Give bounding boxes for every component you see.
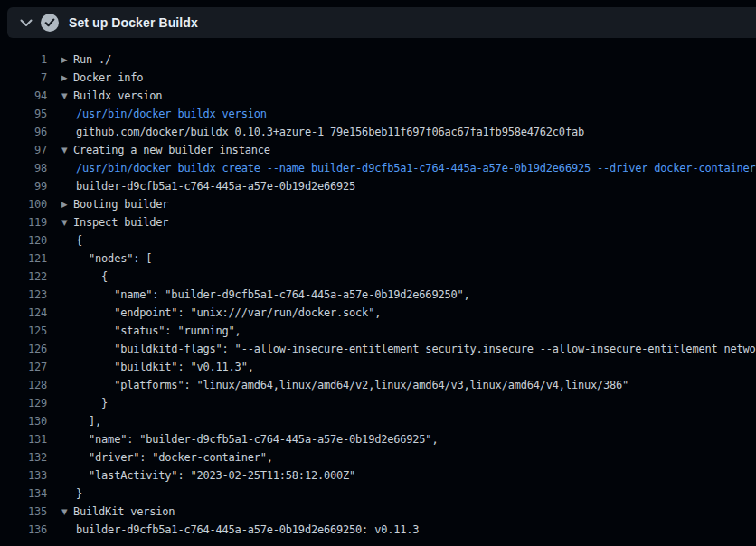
triangle-right-icon[interactable]: ▶: [61, 73, 73, 82]
log-text: {: [76, 234, 82, 247]
line-number[interactable]: 94: [0, 89, 47, 102]
log-text: "buildkitd-flags": "--allow-insecure-ent…: [76, 343, 756, 355]
log-group-line[interactable]: 97▼Creating a new builder instance: [0, 141, 756, 159]
log-group-line[interactable]: 100▶Booting builder: [0, 195, 756, 213]
log-text: builder-d9cfb5a1-c764-445a-a57e-0b19d2e6…: [76, 523, 419, 536]
log-line: 124 "endpoint": "unix:///var/run/docker.…: [0, 304, 756, 322]
log-text: ],: [76, 415, 101, 428]
step-title: Set up Docker Buildx: [69, 15, 198, 30]
log-line: 120{: [0, 231, 756, 249]
log-command-line: 95/usr/bin/docker buildx version: [0, 105, 756, 123]
line-number[interactable]: 129: [0, 397, 47, 410]
log-text: "platforms": "linux/amd64,linux/amd64/v2…: [76, 379, 628, 391]
log-line: 131 "name": "builder-d9cfb5a1-c764-445a-…: [0, 430, 756, 448]
log-group-line[interactable]: 94▼Buildx version: [0, 87, 756, 105]
command-text: /usr/bin/docker buildx create --name bui…: [76, 162, 756, 174]
line-number[interactable]: 95: [0, 108, 47, 120]
line-number[interactable]: 121: [0, 252, 47, 265]
group-label: Run ./: [73, 53, 111, 66]
check-circle-icon: [41, 14, 59, 32]
triangle-down-icon[interactable]: ▼: [61, 218, 73, 227]
group-label: Docker info: [73, 71, 143, 84]
step-header[interactable]: Set up Docker Buildx: [7, 7, 756, 38]
log-text: {: [76, 270, 108, 283]
log-output: 1▶Run ./ 7▶Docker info 94▼Buildx version…: [0, 38, 756, 546]
log-line: 96github.com/docker/buildx 0.10.3+azure-…: [0, 123, 756, 141]
command-text: /usr/bin/docker buildx version: [76, 108, 267, 120]
group-label: Buildx version: [73, 89, 162, 102]
log-command-line: 98/usr/bin/docker buildx create --name b…: [0, 159, 756, 177]
group-label: BuildKit version: [73, 505, 175, 518]
log-line: 127 "buildkit": "v0.11.3",: [0, 358, 756, 376]
log-line: 132 "driver": "docker-container",: [0, 448, 756, 466]
log-text: "lastActivity": "2023-02-25T11:58:12.000…: [76, 469, 355, 482]
log-line: 99builder-d9cfb5a1-c764-445a-a57e-0b19d2…: [0, 177, 756, 195]
group-label: Inspect builder: [73, 216, 168, 229]
group-label: Creating a new builder instance: [73, 144, 270, 156]
log-line: 126 "buildkitd-flags": "--allow-insecure…: [0, 340, 756, 358]
chevron-down-icon[interactable]: [20, 19, 33, 27]
line-number[interactable]: 100: [0, 198, 47, 211]
line-number[interactable]: 133: [0, 469, 47, 482]
line-number[interactable]: 96: [0, 126, 47, 138]
line-number[interactable]: 120: [0, 234, 47, 247]
log-text: builder-d9cfb5a1-c764-445a-a57e-0b19d2e6…: [76, 180, 355, 193]
line-number[interactable]: 119: [0, 216, 47, 229]
line-number[interactable]: 131: [0, 433, 47, 446]
log-line: 128 "platforms": "linux/amd64,linux/amd6…: [0, 376, 756, 394]
log-line: 130 ],: [0, 412, 756, 430]
log-group-line[interactable]: 1▶Run ./: [0, 51, 756, 69]
log-group-line[interactable]: 7▶Docker info: [0, 69, 756, 87]
line-number[interactable]: 135: [0, 505, 47, 518]
log-line: 121 "nodes": [: [0, 249, 756, 268]
log-line: 122 {: [0, 268, 756, 286]
line-number[interactable]: 123: [0, 288, 47, 301]
log-line: 123 "name": "builder-d9cfb5a1-c764-445a-…: [0, 286, 756, 304]
log-text: "name": "builder-d9cfb5a1-c764-445a-a57e…: [76, 433, 438, 446]
log-line: 129 }: [0, 394, 756, 412]
line-number[interactable]: 99: [0, 180, 47, 193]
line-number[interactable]: 98: [0, 162, 47, 174]
log-text: github.com/docker/buildx 0.10.3+azure-1 …: [76, 126, 584, 138]
line-number[interactable]: 7: [0, 71, 47, 84]
log-line: 136builder-d9cfb5a1-c764-445a-a57e-0b19d…: [0, 521, 756, 539]
line-number[interactable]: 125: [0, 325, 47, 337]
log-line: 134}: [0, 485, 756, 503]
line-number[interactable]: 124: [0, 306, 47, 319]
log-text: "name": "builder-d9cfb5a1-c764-445a-a57e…: [76, 288, 470, 301]
line-number[interactable]: 134: [0, 487, 47, 500]
line-number[interactable]: 136: [0, 523, 47, 536]
log-text: "status": "running",: [76, 325, 241, 337]
log-text: }: [76, 487, 82, 500]
log-group-line[interactable]: 135▼BuildKit version: [0, 503, 756, 521]
line-number[interactable]: 128: [0, 379, 47, 391]
log-text: "buildkit": "v0.11.3",: [76, 361, 254, 373]
log-text: }: [76, 397, 108, 410]
line-number[interactable]: 122: [0, 270, 47, 283]
line-number[interactable]: 130: [0, 415, 47, 428]
triangle-down-icon[interactable]: ▼: [61, 146, 73, 155]
group-label: Booting builder: [73, 198, 168, 211]
triangle-right-icon[interactable]: ▶: [61, 200, 73, 209]
line-number[interactable]: 1: [0, 53, 47, 66]
log-text: "driver": "docker-container",: [76, 451, 273, 464]
log-text: "nodes": [: [76, 252, 152, 265]
log-group-line[interactable]: 119▼Inspect builder: [0, 213, 756, 231]
line-number[interactable]: 127: [0, 361, 47, 373]
line-number[interactable]: 132: [0, 451, 47, 464]
line-number[interactable]: 126: [0, 343, 47, 355]
triangle-down-icon[interactable]: ▼: [61, 91, 73, 100]
line-number[interactable]: 97: [0, 144, 47, 156]
log-text: "endpoint": "unix:///var/run/docker.sock…: [76, 306, 381, 319]
log-line: 133 "lastActivity": "2023-02-25T11:58:12…: [0, 466, 756, 485]
triangle-right-icon[interactable]: ▶: [61, 55, 73, 64]
triangle-down-icon[interactable]: ▼: [61, 507, 73, 516]
log-line: 125 "status": "running",: [0, 322, 756, 340]
